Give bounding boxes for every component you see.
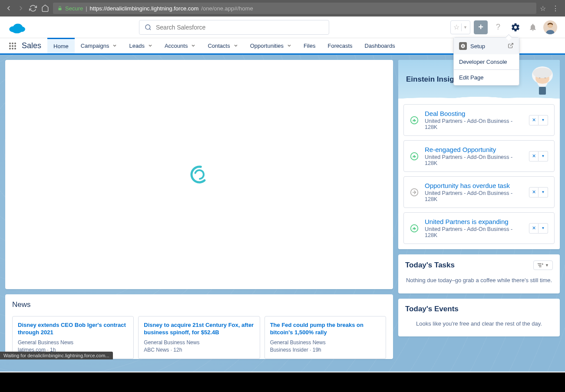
svg-point-5 [145, 25, 150, 30]
global-actions-button[interactable]: + [474, 20, 488, 34]
chevron-down-icon [287, 43, 291, 49]
insight-subtitle: United Partners - Add-On Business - 128K [425, 154, 523, 166]
nav-item-label: Campaigns [81, 43, 109, 49]
insight-more-button[interactable]: ▼ [539, 223, 548, 234]
insight-dismiss-button[interactable]: ✕ [529, 115, 539, 125]
news-item[interactable]: Disney to acquire 21st Century Fox, afte… [138, 316, 260, 359]
edit-page-label: Edit Page [459, 74, 483, 81]
insight-more-button[interactable]: ▼ [539, 187, 548, 198]
favorites-button[interactable]: ☆ ▼ [450, 20, 470, 34]
bookmark-star-icon[interactable]: ☆ [540, 4, 548, 13]
svg-point-4 [12, 26, 22, 33]
einstein-mascot-icon [529, 64, 555, 95]
insight-item[interactable]: Opportunity has overdue taskUnited Partn… [403, 176, 555, 208]
svg-point-13 [14, 45, 16, 47]
insight-subtitle: United Partners - Add-On Business - 128K [425, 226, 523, 238]
nav-item-forecasts[interactable]: Forecasts [321, 38, 358, 53]
svg-point-12 [12, 45, 13, 47]
loading-card [5, 60, 393, 289]
tasks-empty-text: Nothing due today–go grab a coffee while… [405, 276, 553, 285]
browser-chrome: Secure | https://denaliclimbinginc.light… [0, 0, 565, 16]
app-launcher-button[interactable] [6, 38, 19, 53]
nav-item-home[interactable]: Home [47, 38, 75, 53]
news-item-source: Business Insider · 19h [270, 346, 380, 354]
nav-item-leads[interactable]: Leads [123, 38, 158, 53]
browser-status-bar: Waiting for denaliclimbinginc.lightning.… [0, 352, 113, 359]
bell-icon [529, 23, 537, 32]
nav-item-label: Forecasts [327, 43, 352, 49]
nav-item-files[interactable]: Files [297, 38, 321, 53]
einstein-card: Einstein Insights Deal BoostingUnited Pa… [398, 60, 560, 249]
setup-gear-button[interactable] [509, 20, 522, 34]
nav-item-accounts[interactable]: Accounts [159, 38, 202, 53]
grid-icon [9, 42, 17, 50]
edit-page-menu-item[interactable]: Edit Page [454, 70, 519, 85]
svg-point-17 [188, 164, 210, 185]
insight-dismiss-button[interactable]: ✕ [529, 187, 539, 198]
svg-rect-0 [59, 8, 62, 10]
search-input[interactable] [156, 24, 324, 31]
insight-subtitle: United Partners - Add-On Business - 128K [425, 118, 523, 130]
insight-title: Opportunity has overdue task [425, 182, 523, 189]
url-main: https://denaliclimbinginc.lightning.forc… [90, 5, 199, 12]
gear-icon [511, 23, 520, 32]
user-avatar[interactable] [543, 20, 557, 34]
help-button[interactable]: ? [491, 20, 505, 34]
insight-item[interactable]: United Partners is expandingUnited Partn… [403, 212, 555, 244]
search-icon [145, 24, 152, 31]
events-empty-text: Looks like you're free and clear the res… [405, 320, 553, 328]
chevron-down-icon [191, 43, 195, 49]
news-item[interactable]: The Fed could pump the breaks on bitcoin… [264, 316, 386, 359]
insight-item[interactable]: Re-engaged OpportunityUnited Partners - … [403, 140, 555, 172]
external-link-icon [508, 43, 514, 50]
insight-dismiss-button[interactable]: ✕ [529, 223, 539, 234]
tasks-card: Today's Tasks ▼ Nothing due today–go gra… [398, 254, 560, 293]
svg-point-18 [193, 168, 205, 180]
url-bar[interactable]: Secure | https://denaliclimbinginc.light… [53, 3, 536, 14]
browser-home-button[interactable] [41, 4, 50, 13]
insight-title: Deal Boosting [425, 110, 523, 117]
setup-dropdown: Setup Developer Console Edit Page [453, 37, 519, 86]
nav-item-dashboards[interactable]: Dashboards [359, 38, 401, 53]
nav-item-campaigns[interactable]: Campaigns [75, 38, 123, 53]
news-item-title: Disney to acquire 21st Century Fox, afte… [144, 322, 254, 336]
chevron-down-icon [234, 43, 238, 49]
svg-point-10 [14, 43, 16, 44]
events-title: Today's Events [405, 305, 553, 313]
insight-dismiss-button[interactable]: ✕ [529, 151, 539, 161]
dev-console-label: Developer Console [459, 59, 507, 65]
tasks-filter-button[interactable]: ▼ [533, 260, 553, 270]
browser-back-button[interactable] [4, 4, 13, 13]
nav-item-label: Home [53, 43, 69, 49]
news-item-title: The Fed could pump the breaks on bitcoin… [270, 322, 380, 336]
nav-item-label: Opportunities [250, 43, 284, 49]
browser-forward-button[interactable] [17, 4, 25, 13]
insight-title: United Partners is expanding [425, 218, 523, 225]
secure-label: Secure [65, 5, 83, 12]
star-icon: ☆ [453, 23, 459, 31]
insight-title: Re-engaged Opportunity [425, 146, 523, 153]
svg-point-15 [12, 48, 13, 49]
browser-reload-button[interactable] [29, 4, 37, 13]
news-item-category: General Business News [144, 339, 254, 346]
chevron-down-icon [148, 43, 152, 49]
salesforce-logo[interactable] [8, 20, 26, 34]
insight-more-button[interactable]: ▼ [539, 151, 548, 161]
svg-point-11 [9, 45, 11, 47]
svg-point-9 [12, 43, 13, 44]
insight-item[interactable]: Deal BoostingUnited Partners - Add-On Bu… [403, 104, 555, 136]
global-header: ☆ ▼ + ? [0, 16, 565, 38]
nav-item-label: Accounts [165, 43, 188, 49]
insight-more-button[interactable]: ▼ [539, 115, 548, 125]
browser-menu-icon[interactable]: ⋮ [552, 4, 561, 13]
developer-console-menu-item[interactable]: Developer Console [454, 54, 519, 69]
nav-item-contacts[interactable]: Contacts [202, 38, 244, 53]
nav-item-label: Contacts [208, 43, 230, 49]
url-path: /one/one.app#/home [201, 5, 253, 12]
notifications-button[interactable] [526, 20, 540, 34]
chevron-down-icon: ▼ [463, 25, 467, 30]
global-search[interactable] [139, 20, 329, 35]
setup-menu-item[interactable]: Setup [454, 38, 519, 54]
filter-icon [537, 263, 543, 268]
nav-item-opportunities[interactable]: Opportunities [244, 38, 297, 53]
